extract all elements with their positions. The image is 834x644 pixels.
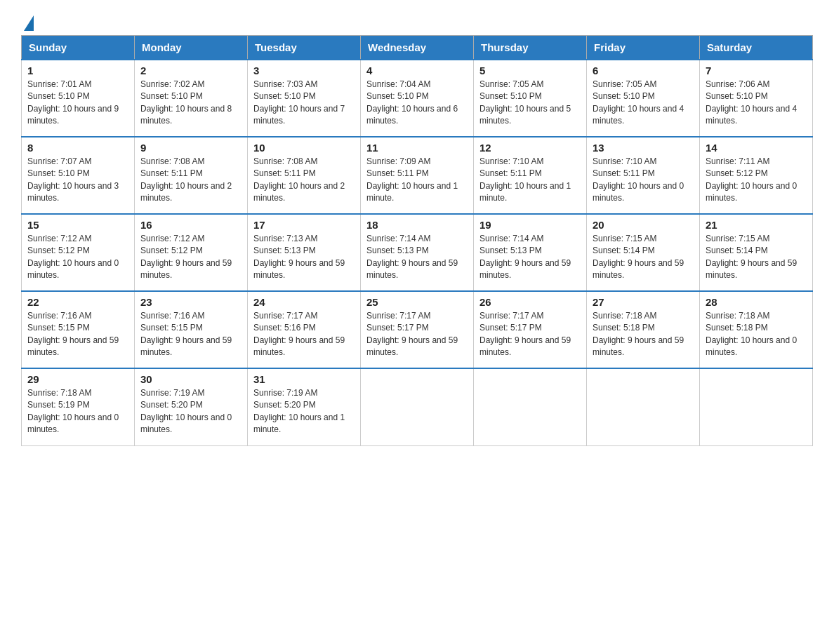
day-info: Sunrise: 7:17 AMSunset: 5:17 PMDaylight:… bbox=[479, 310, 581, 359]
day-number: 25 bbox=[366, 296, 468, 308]
calendar-cell: 29Sunrise: 7:18 AMSunset: 5:19 PMDayligh… bbox=[22, 368, 135, 445]
calendar-cell: 1Sunrise: 7:01 AMSunset: 5:10 PMDaylight… bbox=[22, 60, 135, 137]
calendar-week-row: 29Sunrise: 7:18 AMSunset: 5:19 PMDayligh… bbox=[22, 368, 813, 445]
logo-triangle-icon bbox=[24, 15, 34, 31]
calendar-cell: 10Sunrise: 7:08 AMSunset: 5:11 PMDayligh… bbox=[248, 137, 361, 214]
day-info: Sunrise: 7:10 AMSunset: 5:11 PMDaylight:… bbox=[479, 156, 581, 205]
day-info: Sunrise: 7:09 AMSunset: 5:11 PMDaylight:… bbox=[366, 156, 468, 205]
day-number: 31 bbox=[253, 373, 355, 385]
calendar-cell: 20Sunrise: 7:15 AMSunset: 5:14 PMDayligh… bbox=[587, 214, 700, 291]
calendar-cell bbox=[361, 368, 474, 445]
day-number: 21 bbox=[706, 219, 807, 231]
day-number: 29 bbox=[27, 373, 128, 385]
calendar-week-row: 1Sunrise: 7:01 AMSunset: 5:10 PMDaylight… bbox=[22, 60, 813, 137]
day-info: Sunrise: 7:16 AMSunset: 5:15 PMDaylight:… bbox=[140, 310, 241, 359]
day-number: 11 bbox=[366, 142, 468, 154]
calendar-cell: 27Sunrise: 7:18 AMSunset: 5:18 PMDayligh… bbox=[587, 291, 700, 368]
day-of-week-header: Thursday bbox=[474, 36, 587, 60]
page-header bbox=[21, 14, 813, 28]
day-number: 30 bbox=[140, 373, 241, 385]
day-info: Sunrise: 7:18 AMSunset: 5:18 PMDaylight:… bbox=[593, 310, 694, 359]
day-number: 4 bbox=[366, 65, 468, 76]
calendar-cell: 23Sunrise: 7:16 AMSunset: 5:15 PMDayligh… bbox=[135, 291, 248, 368]
day-number: 17 bbox=[253, 219, 355, 231]
day-number: 1 bbox=[27, 65, 128, 76]
calendar-cell: 13Sunrise: 7:10 AMSunset: 5:11 PMDayligh… bbox=[587, 137, 700, 214]
calendar-cell: 3Sunrise: 7:03 AMSunset: 5:10 PMDaylight… bbox=[248, 60, 361, 137]
day-info: Sunrise: 7:01 AMSunset: 5:10 PMDaylight:… bbox=[27, 79, 128, 128]
day-of-week-header: Monday bbox=[135, 36, 248, 60]
day-number: 13 bbox=[593, 142, 694, 154]
day-number: 27 bbox=[593, 296, 694, 308]
day-info: Sunrise: 7:03 AMSunset: 5:10 PMDaylight:… bbox=[253, 79, 355, 128]
calendar-cell: 28Sunrise: 7:18 AMSunset: 5:18 PMDayligh… bbox=[700, 291, 813, 368]
calendar-cell: 9Sunrise: 7:08 AMSunset: 5:11 PMDaylight… bbox=[135, 137, 248, 214]
day-info: Sunrise: 7:02 AMSunset: 5:10 PMDaylight:… bbox=[140, 79, 241, 128]
calendar-cell: 26Sunrise: 7:17 AMSunset: 5:17 PMDayligh… bbox=[474, 291, 587, 368]
day-info: Sunrise: 7:17 AMSunset: 5:17 PMDaylight:… bbox=[366, 310, 468, 359]
calendar-cell: 17Sunrise: 7:13 AMSunset: 5:13 PMDayligh… bbox=[248, 214, 361, 291]
day-of-week-header: Tuesday bbox=[248, 36, 361, 60]
day-info: Sunrise: 7:19 AMSunset: 5:20 PMDaylight:… bbox=[140, 387, 241, 436]
day-of-week-header: Friday bbox=[587, 36, 700, 60]
calendar-cell: 6Sunrise: 7:05 AMSunset: 5:10 PMDaylight… bbox=[587, 60, 700, 137]
calendar-header-row: SundayMondayTuesdayWednesdayThursdayFrid… bbox=[22, 36, 813, 60]
calendar-week-row: 15Sunrise: 7:12 AMSunset: 5:12 PMDayligh… bbox=[22, 214, 813, 291]
calendar-cell: 30Sunrise: 7:19 AMSunset: 5:20 PMDayligh… bbox=[135, 368, 248, 445]
day-number: 8 bbox=[27, 142, 128, 154]
day-info: Sunrise: 7:05 AMSunset: 5:10 PMDaylight:… bbox=[593, 79, 694, 128]
calendar-cell bbox=[700, 368, 813, 445]
calendar-cell: 12Sunrise: 7:10 AMSunset: 5:11 PMDayligh… bbox=[474, 137, 587, 214]
day-number: 20 bbox=[593, 219, 694, 231]
day-number: 5 bbox=[479, 65, 581, 76]
day-info: Sunrise: 7:08 AMSunset: 5:11 PMDaylight:… bbox=[140, 156, 241, 205]
day-number: 3 bbox=[253, 65, 355, 76]
day-of-week-header: Sunday bbox=[22, 36, 135, 60]
day-number: 6 bbox=[593, 65, 694, 76]
calendar-cell: 2Sunrise: 7:02 AMSunset: 5:10 PMDaylight… bbox=[135, 60, 248, 137]
day-info: Sunrise: 7:08 AMSunset: 5:11 PMDaylight:… bbox=[253, 156, 355, 205]
calendar-cell: 11Sunrise: 7:09 AMSunset: 5:11 PMDayligh… bbox=[361, 137, 474, 214]
day-number: 24 bbox=[253, 296, 355, 308]
day-of-week-header: Saturday bbox=[700, 36, 813, 60]
day-number: 18 bbox=[366, 219, 468, 231]
day-info: Sunrise: 7:19 AMSunset: 5:20 PMDaylight:… bbox=[253, 387, 355, 436]
day-info: Sunrise: 7:15 AMSunset: 5:14 PMDaylight:… bbox=[706, 233, 807, 282]
calendar-cell bbox=[474, 368, 587, 445]
day-info: Sunrise: 7:10 AMSunset: 5:11 PMDaylight:… bbox=[593, 156, 694, 205]
day-number: 14 bbox=[706, 142, 807, 154]
calendar-cell: 25Sunrise: 7:17 AMSunset: 5:17 PMDayligh… bbox=[361, 291, 474, 368]
day-info: Sunrise: 7:07 AMSunset: 5:10 PMDaylight:… bbox=[27, 156, 128, 205]
day-number: 9 bbox=[140, 142, 241, 154]
day-number: 23 bbox=[140, 296, 241, 308]
day-info: Sunrise: 7:12 AMSunset: 5:12 PMDaylight:… bbox=[140, 233, 241, 282]
calendar-cell: 8Sunrise: 7:07 AMSunset: 5:10 PMDaylight… bbox=[22, 137, 135, 214]
calendar-week-row: 22Sunrise: 7:16 AMSunset: 5:15 PMDayligh… bbox=[22, 291, 813, 368]
calendar-table: SundayMondayTuesdayWednesdayThursdayFrid… bbox=[21, 35, 813, 446]
calendar-cell: 18Sunrise: 7:14 AMSunset: 5:13 PMDayligh… bbox=[361, 214, 474, 291]
day-info: Sunrise: 7:18 AMSunset: 5:18 PMDaylight:… bbox=[706, 310, 807, 359]
day-number: 2 bbox=[140, 65, 241, 76]
calendar-cell: 14Sunrise: 7:11 AMSunset: 5:12 PMDayligh… bbox=[700, 137, 813, 214]
day-number: 7 bbox=[706, 65, 807, 76]
calendar-cell bbox=[587, 368, 700, 445]
calendar-cell: 16Sunrise: 7:12 AMSunset: 5:12 PMDayligh… bbox=[135, 214, 248, 291]
calendar-cell: 19Sunrise: 7:14 AMSunset: 5:13 PMDayligh… bbox=[474, 214, 587, 291]
calendar-week-row: 8Sunrise: 7:07 AMSunset: 5:10 PMDaylight… bbox=[22, 137, 813, 214]
calendar-cell: 5Sunrise: 7:05 AMSunset: 5:10 PMDaylight… bbox=[474, 60, 587, 137]
calendar-cell: 15Sunrise: 7:12 AMSunset: 5:12 PMDayligh… bbox=[22, 214, 135, 291]
day-info: Sunrise: 7:14 AMSunset: 5:13 PMDaylight:… bbox=[479, 233, 581, 282]
calendar-cell: 4Sunrise: 7:04 AMSunset: 5:10 PMDaylight… bbox=[361, 60, 474, 137]
day-info: Sunrise: 7:11 AMSunset: 5:12 PMDaylight:… bbox=[706, 156, 807, 205]
calendar-cell: 7Sunrise: 7:06 AMSunset: 5:10 PMDaylight… bbox=[700, 60, 813, 137]
day-number: 19 bbox=[479, 219, 581, 231]
logo bbox=[21, 14, 34, 28]
calendar-cell: 22Sunrise: 7:16 AMSunset: 5:15 PMDayligh… bbox=[22, 291, 135, 368]
day-info: Sunrise: 7:12 AMSunset: 5:12 PMDaylight:… bbox=[27, 233, 128, 282]
day-info: Sunrise: 7:04 AMSunset: 5:10 PMDaylight:… bbox=[366, 79, 468, 128]
day-number: 12 bbox=[479, 142, 581, 154]
day-number: 22 bbox=[27, 296, 128, 308]
day-info: Sunrise: 7:05 AMSunset: 5:10 PMDaylight:… bbox=[479, 79, 581, 128]
calendar-cell: 24Sunrise: 7:17 AMSunset: 5:16 PMDayligh… bbox=[248, 291, 361, 368]
day-info: Sunrise: 7:06 AMSunset: 5:10 PMDaylight:… bbox=[706, 79, 807, 128]
